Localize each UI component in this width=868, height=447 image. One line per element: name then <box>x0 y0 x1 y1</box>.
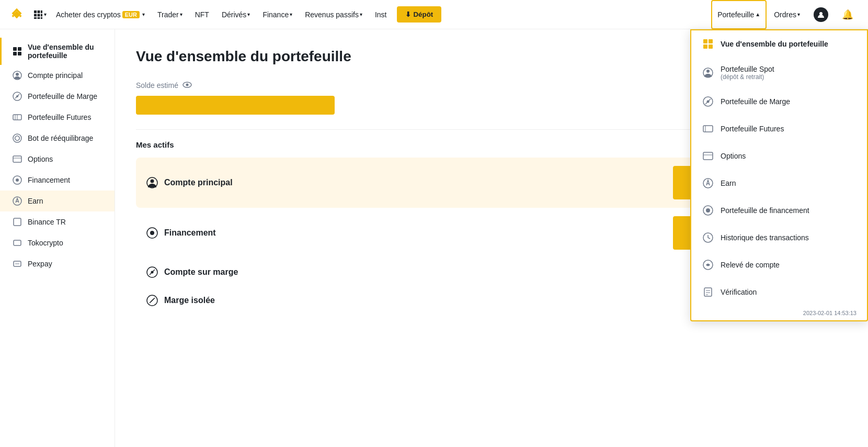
layout: Vue d'ensemble du portefeuille Compte pr… <box>0 29 868 447</box>
portefeuille-dropdown: Vue d'ensemble du portefeuille Portefeui… <box>690 29 868 321</box>
asset-left-marge-isolee: Marge isolée <box>146 295 215 306</box>
svg-rect-24 <box>18 52 21 55</box>
svg-rect-11 <box>34 10 37 13</box>
binance-logo-icon <box>8 6 25 23</box>
eye-icon[interactable] <box>182 81 192 90</box>
nav-nft[interactable]: NFT <box>190 0 214 29</box>
dropdown-item-overview[interactable]: Vue d'ensemble du portefeuille <box>691 30 867 58</box>
svg-rect-15 <box>38 14 40 16</box>
sidebar-item-compte-principal[interactable]: Compte principal <box>0 65 115 86</box>
svg-rect-67 <box>703 152 713 160</box>
svg-rect-18 <box>38 17 40 19</box>
nav-finance[interactable]: Finance ▾ <box>257 0 298 29</box>
sidebar-item-financement[interactable]: Financement <box>0 170 115 191</box>
bell-icon: 🔔 <box>842 9 853 20</box>
svg-rect-65 <box>703 126 713 132</box>
svg-rect-21 <box>13 47 17 51</box>
dropdown-item-futures[interactable]: Portefeuille Futures <box>691 115 867 142</box>
dropdown-history-icon <box>702 231 714 244</box>
svg-rect-34 <box>13 156 21 162</box>
svg-point-26 <box>16 73 19 76</box>
asset-left-compte: Compte principal <box>146 177 233 188</box>
marge-icon <box>12 91 22 102</box>
nav-right: Portefeuille ▲ Ordres ▾ 🔔 <box>711 0 860 29</box>
dropdown-item-earn[interactable]: Earn <box>691 170 867 197</box>
svg-rect-19 <box>41 17 42 19</box>
sidebar-item-binance-tr[interactable]: Binance TR <box>0 211 115 232</box>
svg-point-45 <box>186 84 188 86</box>
svg-rect-59 <box>709 44 713 49</box>
svg-rect-14 <box>34 14 37 16</box>
nav-derives[interactable]: Dérivés ▾ <box>216 0 255 29</box>
binance-tr-icon <box>12 217 22 227</box>
nav-deposit-icon: ⬇ <box>405 10 411 18</box>
svg-point-49 <box>150 231 154 235</box>
dropdown-item-spot[interactable]: Portefeuille Spot (dépôt & retrait) <box>691 58 867 88</box>
financement-icon <box>12 175 22 185</box>
dropdown-timestamp: 2023-02-01 14:53:13 <box>691 306 867 320</box>
financement-row-icon <box>146 227 158 239</box>
sidebar-item-rebalance[interactable]: Bot de rééquilibrage <box>0 128 115 149</box>
dropdown-item-verify[interactable]: Vérification <box>691 278 867 306</box>
dropdown-item-marge[interactable]: Portefeuille de Marge <box>691 88 867 115</box>
dropdown-spot-icon <box>702 66 714 79</box>
svg-rect-58 <box>703 44 707 49</box>
topnav: ▾ Acheter des cryptos EUR ▾ Trader ▾ NFT… <box>0 0 868 29</box>
options-icon <box>12 154 22 164</box>
account-circle-icon <box>12 70 22 81</box>
account-icon <box>814 7 828 22</box>
balance-bar <box>136 96 335 115</box>
svg-rect-57 <box>709 39 713 43</box>
dropdown-futures-icon <box>702 122 714 135</box>
sidebar-item-earn[interactable]: Earn <box>0 191 115 211</box>
svg-line-55 <box>151 299 154 302</box>
svg-rect-74 <box>704 288 712 296</box>
earn-icon <box>12 196 22 206</box>
nav-deposit-button[interactable]: ⬇ Dépôt <box>397 6 441 23</box>
svg-rect-39 <box>14 218 21 226</box>
marge-isolee-icon <box>146 295 158 306</box>
compte-icon <box>146 177 158 188</box>
asset-left-financement: Financement <box>146 227 216 239</box>
futures-icon <box>12 112 22 122</box>
sidebar-item-pexpay[interactable]: Pexpay <box>0 253 115 274</box>
nav-buy-crypto[interactable]: Acheter des cryptos EUR ▾ <box>51 0 150 29</box>
dropdown-item-statement[interactable]: Relevé de compte <box>691 251 867 278</box>
svg-rect-40 <box>14 240 21 245</box>
sidebar-item-tokocrypto[interactable]: Tokocrypto <box>0 232 115 253</box>
svg-point-71 <box>706 208 710 213</box>
svg-rect-23 <box>13 52 17 55</box>
nav-trader[interactable]: Trader ▾ <box>152 0 188 29</box>
dropdown-item-history[interactable]: Historique des transactions <box>691 224 867 251</box>
nav-notifications-button[interactable]: 🔔 <box>836 0 860 29</box>
dropdown-item-financement[interactable]: Portefeuille de financement <box>691 197 867 224</box>
nav-inst[interactable]: Inst <box>370 0 392 29</box>
nav-revenus[interactable]: Revenus passifs ▾ <box>300 0 368 29</box>
page-title: Vue d'ensemble du portefeuille <box>136 48 351 65</box>
svg-point-47 <box>151 180 154 183</box>
svg-point-29 <box>16 95 18 97</box>
sidebar-item-marge[interactable]: Portefeuille de Marge <box>0 86 115 107</box>
overview-icon <box>12 46 22 57</box>
nav-account-button[interactable] <box>807 0 835 29</box>
dropdown-earn-icon <box>702 177 714 189</box>
grid-icon <box>33 10 43 19</box>
dropdown-statement-icon <box>702 259 714 271</box>
grid-menu-button[interactable]: ▾ <box>31 8 49 21</box>
svg-point-52 <box>151 271 154 274</box>
sidebar-item-options[interactable]: Options <box>0 149 115 170</box>
asset-left-marge: Compte sur marge <box>146 266 238 278</box>
dropdown-verify-icon <box>702 286 714 298</box>
logo <box>8 6 25 23</box>
dropdown-item-options[interactable]: Options <box>691 142 867 170</box>
nav-orders-button[interactable]: Ordres ▾ <box>768 0 806 29</box>
svg-point-37 <box>16 178 19 182</box>
eur-badge: EUR <box>122 11 140 18</box>
svg-rect-56 <box>703 39 707 43</box>
dropdown-marge-icon <box>702 95 714 108</box>
nav-portefeuille-button[interactable]: Portefeuille ▲ <box>711 0 767 29</box>
dropdown-financement-icon <box>702 204 714 217</box>
sidebar-item-overview[interactable]: Vue d'ensemble du portefeuille <box>0 38 115 65</box>
svg-rect-13 <box>41 10 42 13</box>
sidebar-item-futures[interactable]: Portefeuille Futures <box>0 107 115 128</box>
